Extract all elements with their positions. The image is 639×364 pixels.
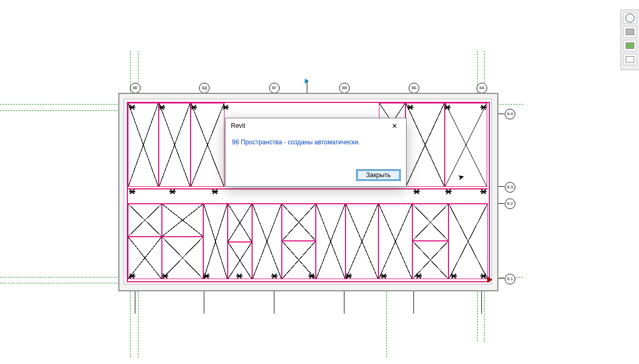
gridline-v xyxy=(413,92,414,314)
space-marker xyxy=(162,273,168,279)
green-gridline xyxy=(0,110,123,111)
grid-bubble: 8.4 xyxy=(505,109,515,119)
space-marker xyxy=(416,273,421,279)
space-marker xyxy=(451,273,456,279)
space-cell xyxy=(282,204,316,241)
palette-swatch-white[interactable] xyxy=(623,54,637,65)
cursor-icon: ➤ xyxy=(456,171,465,183)
space-cell xyxy=(448,204,488,279)
grid-bubble: 8А xyxy=(477,83,487,93)
space-marker xyxy=(170,189,175,194)
space-cell xyxy=(128,103,159,187)
green-gridline xyxy=(491,277,523,278)
grid-bubble: 8.1 xyxy=(505,274,515,284)
space-marker xyxy=(129,189,135,194)
dialog-footer: Закрыть xyxy=(226,166,406,186)
green-gridline xyxy=(138,51,139,99)
space-cell xyxy=(282,241,316,279)
gridline-v xyxy=(135,92,135,314)
space-cell xyxy=(203,204,228,279)
space-marker xyxy=(346,273,351,279)
space-cell xyxy=(316,204,346,279)
green-gridline xyxy=(484,283,485,342)
grid-bubble: 8.2 xyxy=(505,198,515,209)
green-gridline xyxy=(0,283,123,283)
space-cell xyxy=(412,241,448,279)
green-gridline xyxy=(138,283,139,358)
space-cell xyxy=(159,103,191,187)
green-gridline xyxy=(477,51,478,99)
space-cell xyxy=(228,242,252,279)
space-marker xyxy=(408,105,413,110)
space-marker xyxy=(191,105,196,110)
gridline-h xyxy=(120,114,504,114)
space-marker xyxy=(481,105,486,110)
green-gridline xyxy=(386,283,387,358)
green-gridline xyxy=(477,283,478,342)
space-marker xyxy=(212,189,218,194)
gridline-v xyxy=(481,92,482,314)
space-marker xyxy=(272,273,277,279)
space-cell xyxy=(162,204,203,237)
gridline-h xyxy=(120,278,504,279)
gridline-h xyxy=(120,203,504,204)
palette-swatch-grey[interactable] xyxy=(623,26,637,38)
green-gridline xyxy=(0,277,123,278)
space-cell xyxy=(228,204,252,242)
space-cell xyxy=(412,204,448,241)
space-cell xyxy=(405,103,445,187)
green-gridline xyxy=(130,51,131,99)
space-marker xyxy=(481,189,486,194)
close-button[interactable]: Закрыть xyxy=(356,169,401,181)
green-gridline xyxy=(491,104,523,105)
green-gridline xyxy=(130,283,131,358)
dialog-message: 96 Пространства - созданы автоматически. xyxy=(226,133,406,166)
space-cell xyxy=(191,103,224,187)
corridor xyxy=(127,188,488,204)
space-cell xyxy=(252,204,282,279)
space-marker xyxy=(129,273,135,279)
space-cell xyxy=(378,204,412,279)
space-cell xyxy=(346,204,378,279)
space-marker xyxy=(309,273,314,279)
space-cell xyxy=(128,204,162,237)
revit-dialog: Revit ✕ 96 Пространства - созданы автома… xyxy=(225,118,407,187)
view-palette[interactable] xyxy=(620,10,639,70)
green-gridline xyxy=(0,104,123,105)
dialog-titlebar[interactable]: Revit ✕ xyxy=(226,118,406,133)
grid-bubble: 8Е xyxy=(130,83,141,93)
space-marker xyxy=(381,273,386,279)
palette-steering-icon[interactable] xyxy=(623,12,637,24)
grid-bubble: 8Б xyxy=(409,83,419,93)
grid-bubble: 8Г xyxy=(269,83,280,93)
section-arrow-icon xyxy=(487,276,493,283)
palette-swatch-green[interactable] xyxy=(623,40,637,51)
green-gridline xyxy=(484,51,485,99)
gridline-v xyxy=(307,80,307,93)
space-marker xyxy=(204,273,209,279)
space-marker xyxy=(223,105,228,110)
space-marker xyxy=(159,105,165,110)
dialog-title: Revit xyxy=(231,122,245,129)
space-cell xyxy=(128,237,162,279)
grid-bubble: 8.3 xyxy=(505,182,515,193)
grid-bubble: 8Д xyxy=(199,83,210,93)
gridline-v xyxy=(204,92,204,314)
space-marker xyxy=(237,273,242,279)
space-cell xyxy=(162,237,203,279)
north-flag-icon xyxy=(305,79,309,84)
dialog-close-x[interactable]: ✕ xyxy=(384,118,405,133)
space-marker xyxy=(129,105,135,110)
space-marker xyxy=(446,189,451,194)
space-marker xyxy=(481,273,486,279)
grid-bubble: 8В xyxy=(339,83,350,93)
space-cell xyxy=(445,103,487,187)
space-marker xyxy=(445,105,450,110)
space-marker xyxy=(414,189,419,194)
